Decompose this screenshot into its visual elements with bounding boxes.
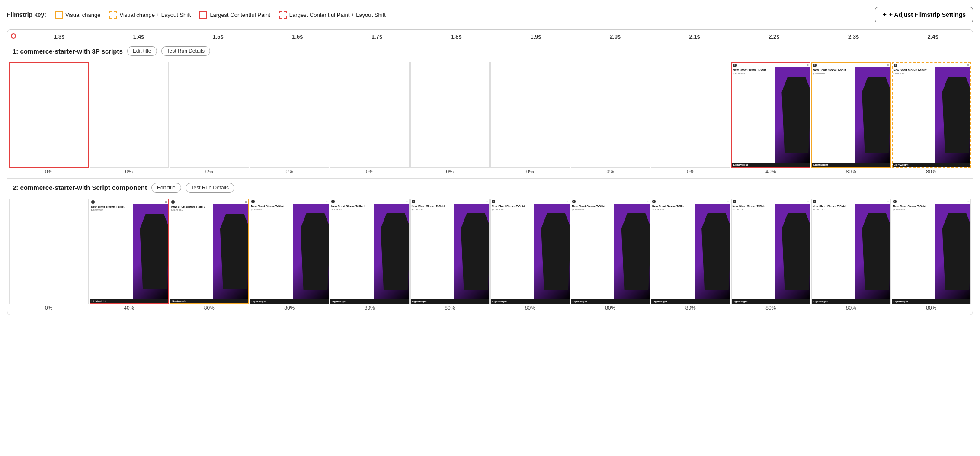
frame-wrapper-1-1: [9, 62, 89, 168]
menu-icon-2-9: ≡: [727, 200, 729, 204]
product-bottom-1-10: Lightweight: [732, 163, 810, 167]
tick-7: 2.0s: [576, 33, 655, 40]
product-image-2-11: [855, 204, 890, 300]
product-area-2-3: New Short Sleeve T-Shirt$25.99 USD: [170, 204, 248, 299]
frame-wrapper-1-11: ℹ≡New Short Sleeve T-Shirt$25.99 USDLigh…: [811, 62, 891, 168]
info-icon-2-2: ℹ: [91, 200, 95, 204]
percent-2-3: 80%: [170, 305, 249, 311]
frame-icons-2-9: ℹ≡: [651, 199, 730, 204]
filmstrip-key-label: Filmstrip key:: [7, 11, 46, 18]
percent-1-10: 40%: [731, 169, 811, 175]
percent-1-2: 0%: [90, 169, 169, 175]
frame-icons-1-11: ℹ≡: [812, 63, 890, 67]
menu-icon-1-11: ≡: [887, 64, 889, 67]
menu-icon-2-2: ≡: [165, 200, 167, 204]
frame-wrapper-2-8: ℹ≡New Short Sleeve T-Shirt$25.99 USDLigh…: [571, 199, 650, 305]
percent-2-4: 80%: [250, 305, 330, 311]
frame-cell-1-11: ℹ≡New Short Sleeve T-Shirt$25.99 USDLigh…: [811, 62, 891, 168]
product-bottom-2-8: Lightweight: [571, 299, 650, 304]
product-price-2-5: $25.99 USD: [331, 208, 373, 211]
frame-cell-1-6: [410, 62, 490, 168]
product-name-2-8: New Short Sleeve T-Shirt: [572, 205, 614, 208]
frame-img-2-10: ℹ≡New Short Sleeve T-Shirt$25.99 USDLigh…: [731, 199, 811, 305]
menu-icon-1-12: ≡: [967, 64, 969, 67]
percent-2-2: 40%: [90, 305, 169, 311]
frame-cell-1-3: [170, 62, 249, 168]
adjust-filmstrip-button[interactable]: + + Adjust Filmstrip Settings: [875, 7, 973, 22]
product-bottom-1-11: Lightweight: [812, 163, 890, 167]
key-visual-change-layout-label: Visual change + Layout Shift: [119, 12, 191, 18]
frame-img-1-11: ℹ≡New Short Sleeve T-Shirt$25.99 USDLigh…: [811, 62, 891, 168]
shirt-shape-1-12: [942, 77, 970, 153]
menu-icon-2-11: ≡: [887, 200, 890, 204]
tick-6: 1.9s: [496, 33, 576, 40]
product-area-2-8: New Short Sleeve T-Shirt$25.99 USD: [571, 204, 650, 300]
frame-icons-2-2: ℹ≡: [90, 199, 168, 204]
frame-img-2-9: ℹ≡New Short Sleeve T-Shirt$25.99 USDLigh…: [651, 199, 730, 305]
frame-empty-2-1: [9, 199, 89, 305]
product-name-2-3: New Short Sleeve T-Shirt: [171, 205, 212, 209]
frame-img-2-7: ℹ≡New Short Sleeve T-Shirt$25.99 USDLigh…: [490, 199, 570, 305]
shirt-shape-2-9: [701, 213, 730, 290]
frame-empty-1-8: [571, 62, 650, 168]
percent-1-4: 0%: [250, 169, 330, 175]
shirt-shape-2-6: [461, 213, 489, 290]
product-price-2-8: $25.99 USD: [572, 208, 614, 211]
timeline-ticks: 1.3s1.4s1.5s1.6s1.7s1.8s1.9s2.0s2.1s2.2s…: [7, 33, 973, 40]
key-visual-change-label: Visual change: [65, 12, 100, 18]
product-name-2-12: New Short Sleeve T-Shirt: [893, 205, 935, 208]
menu-icon-2-6: ≡: [486, 200, 488, 204]
product-area-2-9: New Short Sleeve T-Shirt$25.99 USD: [651, 204, 730, 300]
frame-cell-1-1: [9, 62, 89, 168]
product-bottom-2-9: Lightweight: [651, 299, 730, 304]
frame-cell-1-2: [90, 62, 169, 168]
product-bottom-2-11: Lightweight: [812, 299, 890, 304]
tick-10: 2.3s: [814, 33, 894, 40]
product-price-2-6: $25.99 USD: [412, 208, 453, 211]
product-image-2-2: [133, 204, 168, 299]
frame-cell-2-9: ℹ≡New Short Sleeve T-Shirt$25.99 USDLigh…: [651, 199, 730, 305]
test-run-button-2[interactable]: Test Run Details: [186, 183, 234, 193]
frame-wrapper-2-1: [9, 199, 89, 305]
product-area-2-12: New Short Sleeve T-Shirt$25.99 USD: [892, 204, 971, 300]
product-text-2-11: New Short Sleeve T-Shirt$25.99 USD: [812, 204, 855, 300]
product-text-2-6: New Short Sleeve T-Shirt$25.99 USD: [411, 204, 454, 300]
row-header-2: 2: commerce-starter-with Script componen…: [7, 179, 973, 197]
frame-cell-2-3: ℹ≡New Short Sleeve T-Shirt$25.99 USDLigh…: [170, 199, 249, 305]
frame-icons-2-3: ℹ≡: [170, 199, 248, 204]
percent-2-9: 80%: [651, 305, 730, 311]
frame-empty-1-7: [490, 62, 570, 168]
product-area-2-5: New Short Sleeve T-Shirt$25.99 USD: [330, 204, 409, 300]
menu-icon-2-5: ≡: [406, 200, 408, 204]
test-run-button-1[interactable]: Test Run Details: [161, 46, 210, 56]
percent-2-6: 80%: [410, 305, 490, 311]
key-lcp: Largest Contentful Paint: [199, 11, 270, 19]
shirt-shape-2-3: [220, 214, 248, 290]
edit-title-button-2[interactable]: Edit title: [151, 183, 181, 193]
product-image-2-8: [614, 204, 650, 300]
frame-cell-2-8: ℹ≡New Short Sleeve T-Shirt$25.99 USDLigh…: [571, 199, 650, 305]
frame-empty-1-4: [250, 62, 330, 168]
edit-title-button-1[interactable]: Edit title: [127, 46, 157, 56]
frame-wrapper-2-5: ℹ≡New Short Sleeve T-Shirt$25.99 USDLigh…: [330, 199, 410, 305]
frames-container-1: ℹ≡New Short Sleeve T-Shirt$25.99 USDLigh…: [7, 60, 973, 168]
product-area-2-4: New Short Sleeve T-Shirt$25.99 USD: [250, 204, 329, 300]
frame-cell-2-1: [9, 199, 89, 305]
key-lcp-layout-label: Largest Contentful Paint + Layout Shift: [289, 12, 386, 18]
product-bottom-2-4: Lightweight: [250, 299, 329, 304]
key-box-visual-change: [55, 11, 63, 19]
percent-1-5: 0%: [330, 169, 410, 175]
tick-9: 2.2s: [734, 33, 814, 40]
frame-cell-2-11: ℹ≡New Short Sleeve T-Shirt$25.99 USDLigh…: [811, 199, 891, 305]
info-icon-2-10: ℹ: [733, 200, 736, 203]
frame-cell-1-10: ℹ≡New Short Sleeve T-Shirt$25.99 USDLigh…: [731, 62, 811, 168]
product-text-1-11: New Short Sleeve T-Shirt$25.99 USD: [812, 67, 855, 163]
product-name-2-7: New Short Sleeve T-Shirt: [492, 205, 533, 208]
product-image-2-10: [775, 204, 810, 300]
frame-cell-2-12: ℹ≡New Short Sleeve T-Shirt$25.99 USDLigh…: [892, 199, 971, 305]
frame-cell-2-10: ℹ≡New Short Sleeve T-Shirt$25.99 USDLigh…: [731, 199, 811, 305]
frame-empty-1-6: [410, 62, 490, 168]
percent-1-1: 0%: [9, 169, 89, 175]
percent-1-6: 0%: [410, 169, 490, 175]
frame-icons-2-12: ℹ≡: [892, 199, 971, 204]
